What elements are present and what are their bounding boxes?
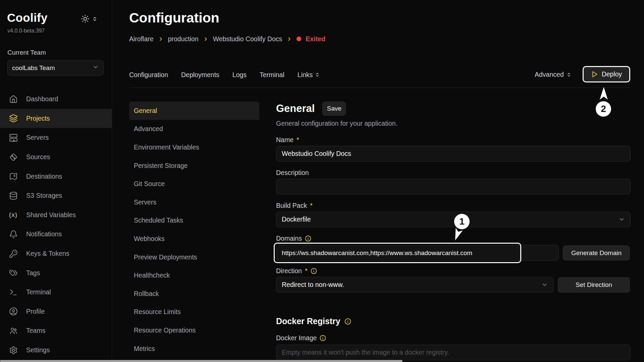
- direction-select[interactable]: Redirect to non-www.: [276, 277, 553, 293]
- docker-image-label: Docker Image: [276, 334, 326, 342]
- subnav-item-advanced[interactable]: Advanced: [129, 120, 259, 138]
- info-icon[interactable]: [311, 268, 317, 274]
- subnav-item-webhooks[interactable]: Webhooks: [129, 230, 259, 248]
- name-input[interactable]: [276, 146, 631, 162]
- chevrons-up-down-icon: [92, 16, 97, 23]
- description-label: Description: [276, 169, 309, 177]
- subnav-item-rollback[interactable]: Rollback: [129, 285, 259, 303]
- subnav-item-persistent-storage[interactable]: Persistent Storage: [129, 157, 259, 175]
- sidebar-item-servers[interactable]: Servers: [0, 128, 112, 147]
- sidebar-item-label: Settings: [26, 346, 50, 354]
- sidebar-item-notifications[interactable]: Notifications: [0, 225, 112, 244]
- breadcrumb-project[interactable]: Airoflare: [129, 35, 154, 43]
- tab-links[interactable]: Links: [298, 71, 320, 79]
- sidebar-item-label: Projects: [26, 115, 50, 122]
- layers-icon: [9, 114, 18, 123]
- direction-value: Redirect to non-www.: [282, 281, 344, 289]
- sidebar-item-label: S3 Storages: [26, 192, 62, 199]
- bell-icon: [9, 230, 18, 239]
- database-icon: [9, 191, 18, 200]
- save-button[interactable]: Save: [322, 102, 346, 116]
- annotation-badge-1: 1: [454, 214, 470, 229]
- chevron-right-icon: [286, 36, 292, 42]
- build-pack-select[interactable]: Dockerfile: [276, 212, 631, 227]
- breadcrumb-resource[interactable]: Webstudio Coolify Docs: [213, 35, 282, 43]
- sidebar-item-profile[interactable]: Profile: [0, 302, 112, 321]
- sidebar-item-projects[interactable]: Projects: [0, 109, 112, 128]
- horizontal-scrollbar-thumb[interactable]: [0, 360, 402, 362]
- sidebar-item-label: Keys & Tokens: [26, 250, 69, 257]
- info-icon[interactable]: [305, 235, 311, 242]
- status-dot: [297, 37, 301, 41]
- config-subnav: General Advanced Environment Variables P…: [129, 102, 259, 358]
- subnav-item-preview-deployments[interactable]: Preview Deployments: [129, 248, 259, 266]
- sidebar-item-label: Sources: [26, 153, 50, 161]
- subnav-item-resource-operations[interactable]: Resource Operations: [129, 321, 259, 340]
- sidebar-item-label: Tags: [26, 269, 40, 277]
- subnav-item-scheduled-tasks[interactable]: Scheduled Tasks: [129, 212, 259, 230]
- theme-toggle[interactable]: [81, 14, 97, 24]
- sidebar-item-terminal[interactable]: Terminal: [0, 283, 112, 302]
- chevrons-up-down-icon: [315, 72, 320, 77]
- tab-logs[interactable]: Logs: [232, 71, 247, 79]
- info-icon[interactable]: [320, 335, 326, 341]
- tab-links-label: Links: [298, 71, 313, 79]
- sidebar-item-shared-variables[interactable]: (x) Shared Variables: [0, 205, 112, 225]
- current-team-label: Current Team: [7, 49, 46, 56]
- variables-icon: (x): [9, 210, 18, 220]
- team-selector-value: coolLabs Team: [12, 64, 55, 72]
- set-direction-button[interactable]: Set Direction: [558, 277, 630, 293]
- resource-tabs: Configuration Deployments Logs Terminal …: [129, 69, 320, 81]
- deploy-label: Deploy: [602, 70, 622, 78]
- chevron-down-icon: [93, 64, 99, 72]
- sidebar-item-label: Dashboard: [26, 95, 58, 103]
- subnav-item-healthcheck[interactable]: Healthcheck: [129, 266, 259, 285]
- sidebar-menu: Dashboard Projects Servers Sources Desti…: [0, 89, 112, 360]
- sidebar-item-label: Notifications: [26, 230, 62, 238]
- subnav-item-resource-limits[interactable]: Resource Limits: [129, 303, 259, 321]
- sidebar-item-label: Profile: [26, 308, 45, 315]
- direction-label: Direction*: [276, 267, 317, 275]
- description-input[interactable]: [276, 179, 631, 194]
- subnav-item-general[interactable]: General: [129, 102, 259, 120]
- page-title: Configuration: [129, 10, 219, 26]
- user-icon: [9, 307, 18, 316]
- sidebar-item-settings[interactable]: Settings: [0, 341, 112, 360]
- annotation-badge-2: 2: [596, 101, 611, 117]
- tabs-divider: [129, 87, 631, 88]
- generate-domain-button[interactable]: Generate Domain: [563, 245, 630, 260]
- app-logo[interactable]: Coolify: [7, 11, 48, 24]
- sidebar-item-sources[interactable]: Sources: [0, 147, 112, 167]
- users-icon: [9, 326, 18, 335]
- chevron-down-icon: [619, 216, 625, 223]
- subnav-item-git-source[interactable]: Git Source: [129, 175, 259, 193]
- subnav-item-environment-variables[interactable]: Environment Variables: [129, 138, 259, 157]
- coolify-app: Coolify v4.0.0-beta.397 Current Team coo…: [0, 0, 644, 362]
- sidebar-item-tags[interactable]: Tags: [0, 263, 112, 283]
- section-description: General configuration for your applicati…: [276, 120, 397, 127]
- breadcrumb-environment[interactable]: production: [168, 35, 199, 43]
- sidebar-item-dashboard[interactable]: Dashboard: [0, 89, 112, 109]
- sidebar-item-destinations[interactable]: Destinations: [0, 167, 112, 186]
- sidebar-item-label: Destinations: [26, 173, 62, 180]
- section-header: General Save: [276, 102, 346, 116]
- tab-configuration[interactable]: Configuration: [129, 71, 168, 79]
- sidebar-item-keys-tokens[interactable]: Keys & Tokens: [0, 244, 112, 263]
- tab-deployments[interactable]: Deployments: [181, 71, 219, 79]
- map-icon: [9, 172, 18, 181]
- domains-input[interactable]: [276, 245, 559, 261]
- advanced-menu[interactable]: Advanced: [535, 71, 571, 78]
- info-icon[interactable]: [344, 318, 351, 325]
- breadcrumb: Airoflare production Webstudio Coolify D…: [129, 35, 325, 43]
- docker-image-input[interactable]: [276, 345, 631, 360]
- team-selector[interactable]: coolLabs Team: [7, 60, 104, 76]
- sidebar-item-s3-storages[interactable]: S3 Storages: [0, 186, 112, 205]
- build-pack-label: Build Pack*: [276, 202, 313, 209]
- subnav-item-servers[interactable]: Servers: [129, 193, 259, 212]
- tag-icon: [9, 268, 18, 278]
- sidebar-item-teams[interactable]: Teams: [0, 321, 112, 341]
- deploy-button[interactable]: Deploy: [583, 66, 630, 82]
- chevron-right-icon: [203, 36, 209, 42]
- tab-terminal[interactable]: Terminal: [260, 71, 284, 79]
- subnav-item-metrics[interactable]: Metrics: [129, 340, 259, 358]
